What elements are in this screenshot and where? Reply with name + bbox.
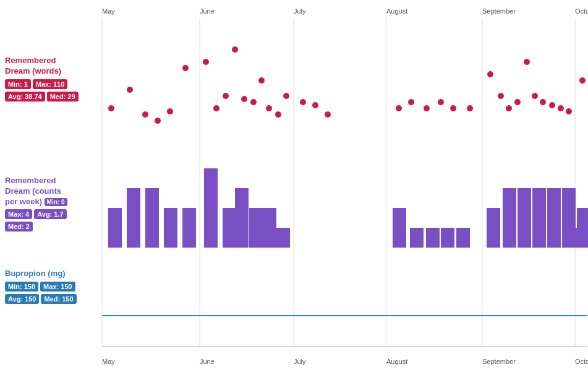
bar-may-1: [108, 208, 122, 248]
dot-29: [514, 99, 521, 105]
badge-row-words2: Avg: 38.74 Med: 29: [5, 92, 91, 102]
legend-title-words: Remembered Dream (words): [5, 56, 91, 77]
top-month-july: July: [294, 7, 306, 15]
dot-8: [213, 105, 219, 111]
badge-min-words: Min: 1: [5, 79, 31, 89]
bar-aug-5: [456, 228, 470, 248]
bar-may-4: [164, 208, 177, 248]
badge-min-bupropion: Min: 150: [5, 282, 38, 292]
bar-aug-2: [410, 228, 424, 248]
dot-10: [232, 46, 238, 53]
badge-max-words: Max: 110: [33, 79, 67, 89]
dot-12: [250, 99, 257, 105]
legend-section-counts: Remembered Dream (counts per week) Min: …: [5, 170, 91, 232]
bar-may-2: [127, 188, 140, 248]
dot-14: [266, 105, 272, 111]
dot-7: [203, 59, 209, 65]
bot-month-may: May: [102, 358, 115, 365]
bar-may-3: [145, 188, 159, 248]
legend-title-bupropion: Bupropion (mg): [5, 269, 91, 279]
top-month-september: September: [482, 7, 516, 15]
dot-5: [167, 108, 173, 115]
dot-31: [532, 93, 538, 99]
badge-med-words: Med: 29: [47, 92, 79, 102]
bar-june-6: [276, 228, 290, 248]
bar-oct-3: [565, 228, 578, 248]
dot-2: [127, 87, 133, 93]
bar-sep-2: [503, 188, 516, 248]
bar-aug-1: [393, 208, 406, 248]
dot-16: [283, 93, 289, 99]
badge-avg-words: Avg: 38.74: [5, 92, 45, 102]
dot-21: [408, 99, 414, 105]
badge-row-words: Min: 1 Max: 110: [5, 79, 91, 89]
badge-avg-counts: Avg: 1.7: [34, 209, 66, 219]
chart-svg: May June July August September October M…: [96, 0, 588, 372]
dot-32: [540, 99, 546, 105]
dot-4: [155, 118, 161, 124]
bot-month-july: July: [294, 358, 306, 365]
bar-june-5: [263, 208, 276, 248]
dot-3: [142, 111, 148, 118]
bot-month-september: September: [482, 358, 516, 365]
dot-22: [424, 105, 430, 111]
dot-9: [223, 93, 229, 99]
badge-row-bupropion2: Avg: 150 Med: 150: [5, 294, 91, 304]
top-month-may: May: [102, 7, 115, 15]
dot-27: [498, 93, 504, 99]
bar-sep-3: [518, 188, 531, 248]
top-month-october: October: [575, 7, 588, 15]
bar-may-5: [182, 208, 196, 248]
dot-28: [506, 105, 512, 111]
main-container: Remembered Dream (words) Min: 1 Max: 110…: [0, 0, 588, 372]
legend-panel: Remembered Dream (words) Min: 1 Max: 110…: [0, 0, 96, 372]
dot-13: [258, 77, 265, 84]
dot-6: [182, 65, 189, 71]
bar-june-3: [235, 188, 249, 248]
badge-row-counts2: Med: 2: [5, 222, 91, 231]
top-month-june: June: [200, 7, 215, 15]
badge-max-counts: Max: 4: [5, 209, 32, 219]
badge-avg-bupropion: Avg: 150: [5, 294, 39, 304]
bar-aug-4: [441, 228, 454, 248]
dot-11: [241, 96, 247, 102]
bar-sep-5: [547, 188, 561, 248]
dot-15: [275, 111, 281, 118]
legend-section-words: Remembered Dream (words) Min: 1 Max: 110…: [5, 56, 91, 102]
bar-june-2: [223, 208, 236, 248]
bar-june-4: [249, 208, 263, 248]
badge-med-bupropion: Med: 150: [41, 294, 76, 304]
legend-title-counts: Remembered Dream (counts per week) Min: …: [5, 176, 91, 207]
badge-row-counts: Max: 4 Avg: 1.7: [5, 209, 91, 219]
dot-19: [325, 111, 331, 118]
dot-30: [524, 59, 530, 65]
badge-max-bupropion: Max: 150: [40, 282, 75, 292]
chart-area: May June July August September October M…: [96, 0, 588, 372]
bot-month-june: June: [200, 358, 215, 365]
bot-month-october: October: [575, 358, 588, 365]
badge-row-bupropion: Min: 150 Max: 150: [5, 282, 91, 292]
badge-min-counts: Min: 0: [45, 198, 67, 206]
dot-23: [438, 99, 444, 105]
bot-month-august: August: [386, 358, 407, 365]
dot-35: [566, 108, 572, 115]
dot-17: [300, 99, 306, 105]
dot-24: [450, 105, 456, 111]
bar-sep-4: [532, 188, 546, 248]
badge-med-counts: Med: 2: [5, 222, 33, 231]
dot-25: [467, 105, 473, 111]
bar-sep-1: [487, 208, 500, 248]
bar-aug-3: [426, 228, 440, 248]
dot-18: [312, 102, 318, 108]
dot-1: [108, 105, 114, 111]
dot-26: [487, 71, 493, 77]
dot-34: [558, 105, 564, 111]
top-month-august: August: [386, 7, 407, 15]
bar-june-1: [204, 168, 218, 248]
dot-33: [549, 102, 555, 108]
dot-36: [579, 77, 586, 84]
dot-20: [396, 105, 402, 111]
legend-section-bupropion: Bupropion (mg) Min: 150 Max: 150 Avg: 15…: [5, 262, 91, 304]
